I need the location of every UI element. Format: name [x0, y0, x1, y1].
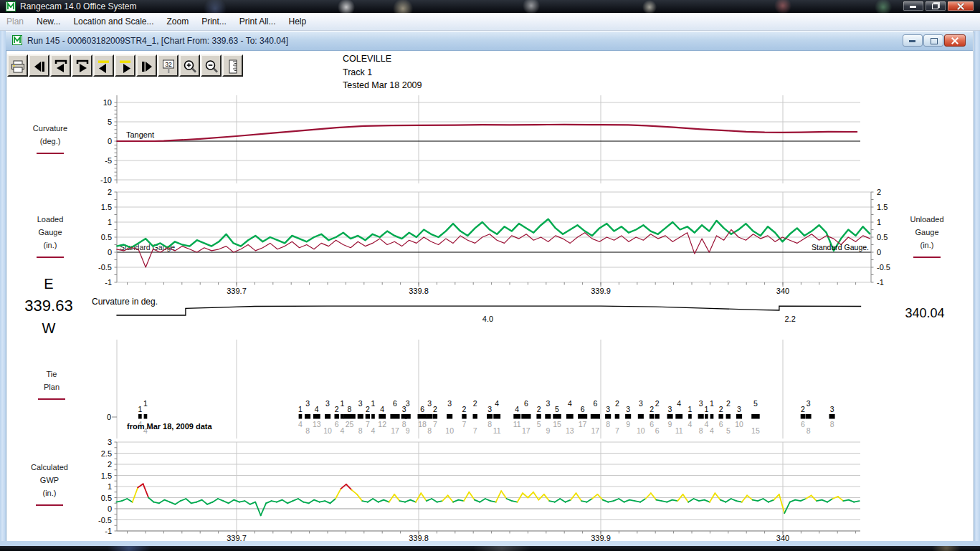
app-title-bar[interactable]: Rangecam 14.0 Office System [0, 0, 980, 13]
toolbar-jump-back-button[interactable] [50, 54, 71, 77]
panel-label-tie-plan: TiePlan [22, 368, 82, 400]
svg-text:1: 1 [143, 399, 148, 408]
chart-restore-button[interactable] [923, 34, 943, 47]
svg-text:5: 5 [537, 420, 541, 428]
chart-window-title-bar[interactable]: Run 145 - 000603182009STR4_1, [Chart Fro… [6, 32, 973, 51]
svg-text:4: 4 [298, 420, 303, 428]
svg-text:0: 0 [108, 137, 112, 145]
svg-text:4.0: 4.0 [482, 315, 493, 323]
toolbar-step-back-button[interactable] [29, 54, 49, 77]
svg-text:3: 3 [325, 399, 330, 408]
svg-text:4: 4 [568, 399, 572, 408]
svg-text:4: 4 [315, 405, 319, 413]
app-restore-button[interactable] [925, 1, 946, 11]
chart-minimize-button[interactable] [903, 34, 923, 47]
svg-text:3: 3 [639, 399, 643, 408]
toolbar-print-button[interactable] [7, 54, 28, 77]
chart-start-milepost: 339.63 [19, 297, 79, 315]
svg-text:3: 3 [427, 399, 432, 408]
svg-text:0: 0 [108, 248, 112, 257]
svg-text:2: 2 [615, 399, 619, 408]
svg-text:17: 17 [591, 426, 600, 435]
svg-text:1: 1 [688, 405, 693, 413]
svg-text:0.5: 0.5 [101, 233, 112, 241]
svg-text:-1: -1 [877, 278, 884, 287]
svg-text:8: 8 [807, 426, 811, 435]
svg-text:0.5: 0.5 [101, 494, 112, 502]
svg-text:2: 2 [877, 188, 881, 196]
svg-text:-0.5: -0.5 [98, 516, 112, 524]
toolbar-scan-back-button[interactable] [93, 54, 114, 77]
svg-text:3: 3 [668, 405, 672, 413]
svg-text:4: 4 [515, 405, 519, 413]
svg-text:339.9: 339.9 [591, 287, 611, 295]
menu-item-new[interactable]: New... [30, 14, 67, 29]
svg-text:1: 1 [371, 399, 376, 408]
app-close-button[interactable] [947, 1, 974, 11]
chart-window-title: Run 145 - 000603182009STR4_1, [Chart Fro… [27, 36, 288, 46]
toolbar-step-forward-button[interactable] [136, 54, 157, 77]
svg-text:-0.5: -0.5 [877, 263, 890, 272]
svg-text:10: 10 [323, 426, 332, 435]
svg-text:340: 340 [776, 534, 789, 542]
curvature-strip-label: Curvature in deg. [92, 297, 158, 307]
svg-text:5: 5 [555, 405, 559, 413]
svg-text:3: 3 [305, 399, 310, 408]
svg-text:Tangent: Tangent [126, 130, 154, 139]
svg-text:1: 1 [704, 405, 708, 413]
svg-text:7: 7 [615, 426, 619, 435]
svg-text:9: 9 [626, 420, 630, 428]
svg-text:1.5: 1.5 [101, 203, 112, 211]
svg-text:11: 11 [675, 426, 683, 435]
menu-item-help[interactable]: Help [282, 14, 313, 29]
svg-text:8: 8 [699, 426, 703, 435]
chart-close-button[interactable] [944, 34, 966, 47]
menu-item-printall[interactable]: Print All... [233, 14, 282, 29]
svg-text:10: 10 [637, 426, 645, 435]
svg-text:6: 6 [335, 420, 339, 428]
svg-text:2: 2 [473, 399, 477, 408]
svg-text:0.5: 0.5 [877, 233, 888, 241]
app-minimize-button[interactable] [903, 1, 924, 11]
header-track: Track 1 [343, 67, 372, 77]
svg-text:2: 2 [719, 405, 723, 413]
svg-text:2: 2 [462, 405, 467, 413]
menu-bar: PlanNew...Location and Scale...ZoomPrint… [0, 13, 980, 31]
toolbar-milepost-button[interactable]: 32 [158, 54, 179, 77]
tie-plan-legend-line [38, 398, 65, 400]
svg-text:2: 2 [433, 405, 437, 413]
svg-text:13: 13 [566, 426, 574, 435]
menu-item-print[interactable]: Print... [195, 14, 233, 29]
desktop: Rangecam 14.0 Office System PlanNew...Lo… [0, 0, 980, 551]
svg-text:339.9: 339.9 [591, 534, 611, 542]
svg-text:4: 4 [704, 420, 708, 428]
minimize-icon [910, 6, 916, 8]
toolbar-zoom-in-button[interactable] [179, 54, 200, 77]
svg-text:6: 6 [581, 405, 585, 413]
toolbar-jump-forward-button[interactable] [72, 54, 92, 77]
svg-text:4: 4 [495, 399, 499, 408]
svg-text:4: 4 [688, 420, 693, 428]
toolbar-scale-button[interactable] [222, 54, 243, 77]
header-location: COLEVILLE [343, 54, 391, 64]
svg-text:2: 2 [537, 405, 541, 413]
app-logo-icon [6, 1, 16, 11]
charts-canvas: 1050-5-10Tangent221.51.5110.50.500-0.5-0… [0, 0, 980, 551]
svg-text:6: 6 [393, 399, 397, 408]
svg-text:3: 3 [606, 405, 610, 413]
toolbar-scan-forward-button[interactable] [115, 54, 135, 77]
svg-text:3: 3 [358, 399, 363, 408]
header-tested-date: Tested Mar 18 2009 [343, 80, 422, 90]
menu-item-zoom[interactable]: Zoom [160, 14, 195, 29]
svg-text:-0.5: -0.5 [98, 263, 112, 272]
svg-text:8: 8 [348, 405, 352, 413]
svg-text:1: 1 [877, 218, 881, 226]
toolbar-zoom-out-button[interactable] [201, 54, 222, 77]
svg-text:1: 1 [108, 218, 112, 226]
svg-text:8: 8 [830, 420, 834, 428]
menu-item-locationandscale[interactable]: Location and Scale... [67, 14, 160, 29]
toolbar: 32 [7, 54, 244, 77]
svg-text:339.7: 339.7 [227, 534, 247, 542]
svg-text:6: 6 [801, 420, 805, 428]
svg-text:6: 6 [655, 426, 660, 435]
